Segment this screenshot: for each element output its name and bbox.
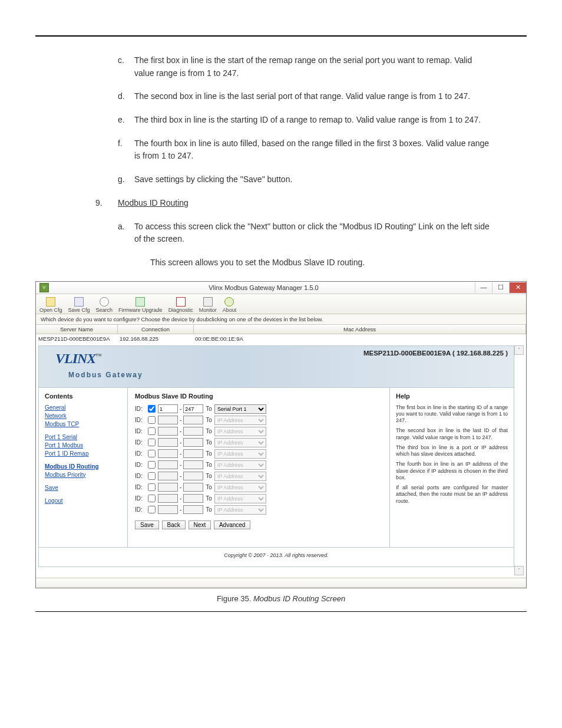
id-start-input[interactable] — [158, 494, 178, 503]
list-item-f: f.The fourth box in line is auto filled,… — [118, 137, 491, 163]
toolbar: Open Cfg Save Cfg Search Firmware Upgrad… — [36, 294, 526, 314]
scroll-up-button[interactable]: ˄ — [514, 345, 524, 355]
id-label: ID: — [135, 406, 148, 412]
nav-general[interactable]: General — [45, 404, 121, 411]
id-start-input[interactable] — [158, 438, 178, 447]
nav-port1-modbus[interactable]: Port 1 Modbus — [45, 442, 121, 449]
app-window: V Vlinx Modbus Gateway Manager 1.5.0 — ☐… — [35, 281, 527, 588]
col-mac-address[interactable]: Mac Address — [194, 325, 526, 334]
col-connection[interactable]: Connection — [118, 325, 194, 334]
row-enable-checkbox[interactable] — [148, 461, 156, 469]
folder-open-icon — [46, 297, 55, 307]
id-start-input[interactable] — [158, 404, 178, 413]
help-p3: The third box in line is a port or IP ad… — [396, 444, 508, 458]
nav-modbus-id-routing[interactable]: Modbus ID Routing — [45, 463, 121, 470]
list-item-d: d.The second box in line is the last ser… — [118, 90, 491, 103]
id-end-input[interactable] — [183, 505, 203, 514]
id-start-input[interactable] — [158, 416, 178, 424]
route-target-select[interactable]: IP Address — [214, 427, 266, 436]
row-enable-checkbox[interactable] — [148, 450, 156, 457]
id-end-input[interactable] — [183, 460, 203, 469]
row-enable-checkbox[interactable] — [148, 416, 156, 424]
nav-logout[interactable]: Logout — [45, 498, 121, 504]
route-target-select[interactable]: IP Address — [214, 472, 266, 481]
list-item-g: g.Save settings by clicking the "Save" b… — [118, 173, 491, 186]
route-target-select[interactable]: IP Address — [214, 460, 266, 470]
monitor-button[interactable]: Monitor — [199, 297, 217, 313]
search-button[interactable]: Search — [96, 297, 113, 313]
nav-port1-serial[interactable]: Port 1 Serial — [45, 434, 121, 440]
row-enable-checkbox[interactable] — [148, 472, 156, 480]
id-end-input[interactable] — [183, 472, 203, 480]
help-p2: The second box in line is the last ID of… — [396, 427, 508, 441]
id-end-input[interactable] — [183, 404, 203, 413]
id-end-input[interactable] — [183, 449, 203, 458]
route-target-select[interactable]: IP Address — [214, 438, 266, 447]
minimize-button[interactable]: — — [475, 282, 492, 293]
about-icon — [224, 297, 234, 307]
id-start-input[interactable] — [158, 460, 178, 469]
save-button[interactable]: Save — [135, 521, 159, 529]
close-button[interactable]: ✕ — [509, 282, 526, 293]
device-row[interactable]: MESP211D-000EBE001E9A 192.168.88.225 00:… — [36, 334, 526, 343]
route-target-select[interactable]: IP Address — [214, 494, 266, 503]
row-enable-checkbox[interactable] — [148, 483, 156, 491]
id-start-input[interactable] — [158, 472, 178, 480]
firmware-upgrade-button[interactable]: Firmware Upgrade — [118, 297, 163, 313]
nav-network[interactable]: Network — [45, 413, 121, 419]
horizontal-rule-top — [35, 35, 527, 37]
firmware-icon — [135, 297, 145, 307]
help-p1: The first box in line is the starting ID… — [396, 404, 508, 424]
route-target-select[interactable]: IP Address — [214, 449, 266, 459]
route-target-select[interactable]: IP Address — [214, 416, 266, 425]
row-enable-checkbox[interactable] — [148, 506, 156, 513]
save-icon — [74, 297, 84, 307]
id-label: ID: — [135, 428, 148, 434]
help-p4: The fourth box in line is an IP address … — [396, 461, 508, 481]
form-heading: Modbus Slave ID Routing — [135, 393, 382, 400]
section-9-sub: This screen allows you to set the Modbus… — [150, 256, 491, 269]
route-target-select[interactable]: IP Address — [214, 483, 266, 492]
contents-heading: Contents — [45, 393, 121, 400]
monitor-icon — [203, 297, 213, 307]
device-heading: MESP211D-000EBE001E9A ( 192.168.88.225 ) — [363, 350, 508, 357]
nav-save[interactable]: Save — [45, 485, 121, 491]
web-pane: ˄ ˅ VLINX™ Modbus Gateway MESP211D-000EB… — [38, 345, 524, 575]
id-start-input[interactable] — [158, 427, 178, 436]
window-titlebar[interactable]: V Vlinx Modbus Gateway Manager 1.5.0 — ☐… — [36, 282, 526, 294]
row-enable-checkbox[interactable] — [148, 495, 156, 502]
routing-row: ID:-ToIP Address — [135, 460, 382, 470]
col-server-name[interactable]: Server Name — [36, 325, 118, 334]
id-start-input[interactable] — [158, 483, 178, 492]
save-cfg-button[interactable]: Save Cfg — [68, 297, 90, 313]
row-enable-checkbox[interactable] — [148, 405, 156, 413]
id-label: ID: — [135, 495, 148, 502]
nav-modbus-tcp[interactable]: Modbus TCP — [45, 421, 121, 427]
id-end-input[interactable] — [183, 416, 203, 424]
contents-nav: Contents General Network Modbus TCP Port… — [39, 388, 128, 547]
row-enable-checkbox[interactable] — [148, 439, 156, 446]
scroll-down-button[interactable]: ˅ — [514, 566, 524, 575]
about-button[interactable]: About — [223, 297, 237, 313]
id-start-input[interactable] — [158, 505, 178, 514]
id-end-input[interactable] — [183, 438, 203, 447]
diagnostic-button[interactable]: Diagnostic — [168, 297, 193, 313]
id-end-input[interactable] — [183, 483, 203, 492]
document-body: c.The first box in line is the start of … — [118, 54, 491, 269]
row-enable-checkbox[interactable] — [148, 427, 156, 435]
id-end-input[interactable] — [183, 494, 203, 503]
id-end-input[interactable] — [183, 427, 203, 436]
route-target-select[interactable]: Serial Port 1 — [214, 404, 266, 414]
id-start-input[interactable] — [158, 449, 178, 458]
id-label: ID: — [135, 417, 148, 423]
status-bar — [36, 578, 526, 588]
open-cfg-button[interactable]: Open Cfg — [39, 297, 62, 313]
back-button[interactable]: Back — [162, 521, 186, 529]
maximize-button[interactable]: ☐ — [492, 282, 509, 293]
nav-port1-remap[interactable]: Port 1 ID Remap — [45, 450, 121, 457]
form-panel: Modbus Slave ID Routing ID:-ToSerial Por… — [128, 388, 390, 547]
nav-modbus-priority[interactable]: Modbus Priority — [45, 472, 121, 478]
next-button[interactable]: Next — [189, 521, 211, 529]
advanced-button[interactable]: Advanced — [214, 521, 250, 529]
route-target-select[interactable]: IP Address — [214, 505, 266, 515]
